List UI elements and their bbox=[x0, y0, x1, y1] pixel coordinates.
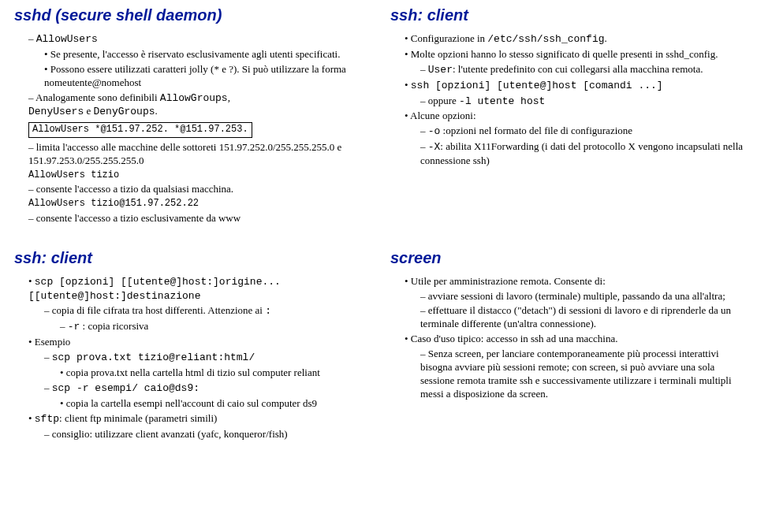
txt-o-desc: :opzioni nel formato del file di configu… bbox=[440, 125, 632, 136]
code-colon: : bbox=[265, 305, 271, 317]
item-copia-esempi: copia la cartella esempi nell'account di… bbox=[14, 397, 367, 411]
title-ssh-client-2: ssh: client bbox=[14, 249, 367, 267]
code-sshconfig: /etc/ssh/ssh_config bbox=[487, 33, 604, 45]
code-x: -X bbox=[428, 141, 441, 153]
item-caso-uso: Caso d'uso tipico: accesso in ssh ad una… bbox=[390, 333, 743, 346]
row-spacer bbox=[14, 227, 743, 249]
code-allowgroups: AllowGroups bbox=[160, 92, 228, 104]
item-scp-r-esempi: scp -r esempi/ caio@ds9: bbox=[14, 381, 367, 396]
item-ssh-cmd: ssh [opzioni] [utente@]host [comandi ...… bbox=[390, 79, 743, 93]
title-sshd: sshd (secure shell daemon) bbox=[14, 6, 367, 24]
bottom-left-slide: ssh: client scp [opzioni] [[utente@]host… bbox=[14, 249, 367, 443]
title-screen: screen bbox=[390, 249, 743, 267]
item-sftp: sftp: client ftp minimale (parametri sim… bbox=[14, 412, 367, 426]
code-scp-r: scp -r esempi/ caio@ds9: bbox=[52, 382, 200, 394]
item-scp: scp [opzioni] [[utente@]host:]origine...… bbox=[14, 275, 367, 303]
code-box-allowusers: AllowUsers *@151.97.252. *@151.97.253. bbox=[28, 122, 252, 138]
item-avviare: avviare sessioni di lavoro (terminale) m… bbox=[390, 290, 743, 303]
item-consente-tizio: consente l'accesso a tizio da qualsiasi … bbox=[14, 183, 367, 196]
item-distacco: effettuare il distacco ("detach") di ses… bbox=[390, 304, 743, 331]
code-allowusers: AllowUsers bbox=[36, 33, 98, 45]
item-config: Configurazione in /etc/ssh/ssh_config. bbox=[390, 32, 743, 47]
bottom-row: ssh: client scp [opzioni] [[utente@]host… bbox=[14, 249, 743, 443]
txt-copia: copia di file cifrata tra host different… bbox=[52, 304, 266, 316]
code-denyusers: DenyUsers bbox=[28, 106, 84, 117]
code-user: User bbox=[428, 64, 453, 76]
item-opt-x: -X: abilita X11Forwarding (i dati del pr… bbox=[390, 140, 743, 168]
item-copia-prova: copia prova.txt nella cartella html di t… bbox=[14, 366, 367, 380]
code-allowusers-tizio-ip: AllowUsers tizio@151.97.252.22 bbox=[14, 198, 367, 210]
item-user: User: l'utente predefinito con cui colle… bbox=[390, 63, 743, 77]
item-molte-opzioni: Molte opzioni hanno lo stesso significat… bbox=[390, 48, 743, 61]
item-consiglio: consiglio: utilizzare client avanzati (y… bbox=[14, 428, 367, 441]
txt-e: e bbox=[84, 105, 93, 117]
code-l-utente: -l utente host bbox=[459, 95, 545, 107]
top-right-slide: ssh: client Configurazione in /etc/ssh/s… bbox=[390, 6, 743, 227]
top-left-slide: sshd (secure shell daemon) AllowUsers Se… bbox=[14, 6, 367, 227]
code-ssh-cmd: ssh [opzioni] [utente@]host [comandi ...… bbox=[411, 80, 663, 91]
item-allowusers: AllowUsers bbox=[14, 32, 367, 47]
item-analogamente: Analogamente sono definibili AllowGroups… bbox=[14, 91, 367, 120]
item-reserved: Se presente, l'accesso è riservato esclu… bbox=[14, 48, 367, 61]
txt-r-desc: : copia ricorsiva bbox=[80, 320, 148, 332]
txt-sftp-desc: : client ftp minimale (parametri simili) bbox=[59, 412, 217, 424]
txt-x-desc: : abilita X11Forwarding (i dati del prot… bbox=[420, 140, 743, 166]
item-senza-screen: Senza screen, per lanciare contemporanea… bbox=[390, 348, 743, 401]
item-box: AllowUsers *@151.97.252. *@151.97.253. bbox=[14, 121, 367, 140]
item-limita: limita l'accesso alle macchine delle sot… bbox=[14, 141, 367, 168]
item-scp-prova: scp prova.txt tizio@reliant:html/ bbox=[14, 351, 367, 365]
code-r: -r bbox=[68, 321, 80, 333]
item-alcune-opzioni: Alcune opzioni: bbox=[390, 110, 743, 123]
txt-analog: Analogamente sono definibili bbox=[35, 91, 160, 103]
item-opt-o: -o :opzioni nel formato del file di conf… bbox=[390, 125, 743, 139]
title-ssh-client-1: ssh: client bbox=[390, 6, 743, 24]
code-scp-prova: scp prova.txt tizio@reliant:html/ bbox=[52, 352, 255, 363]
item-oppure: oppure -l utente host bbox=[390, 95, 743, 109]
item-copia-cifrata: copia di file cifrata tra host different… bbox=[14, 304, 367, 318]
txt-config: Configurazione in bbox=[411, 32, 487, 44]
code-o: -o bbox=[428, 125, 441, 137]
item-esempio: Esempio bbox=[14, 336, 367, 349]
item-utile: Utile per amministrazione remota. Consen… bbox=[390, 275, 743, 288]
txt-dot2: . bbox=[605, 32, 607, 44]
txt-comma: , bbox=[228, 91, 230, 103]
item-r: -r : copia ricorsiva bbox=[14, 320, 367, 334]
code-sftp: sftp bbox=[35, 413, 59, 425]
item-jolly: Possono essere utilizzati caratteri joll… bbox=[14, 63, 367, 90]
bottom-right-slide: screen Utile per amministrazione remota.… bbox=[390, 249, 743, 443]
top-row: sshd (secure shell daemon) AllowUsers Se… bbox=[14, 6, 743, 227]
code-scp: scp [opzioni] [[utente@]host:]origine...… bbox=[28, 276, 281, 302]
item-consente-www: consente l'accesso a tizio esclusivament… bbox=[14, 212, 367, 225]
txt-oppure: oppure bbox=[428, 95, 459, 106]
txt-user-desc: : l'utente predefinito con cui collegars… bbox=[453, 63, 703, 75]
txt-dot: . bbox=[155, 105, 158, 117]
code-denygroups: DenyGroups bbox=[94, 106, 155, 117]
code-allowusers-tizio: AllowUsers tizio bbox=[14, 169, 367, 182]
